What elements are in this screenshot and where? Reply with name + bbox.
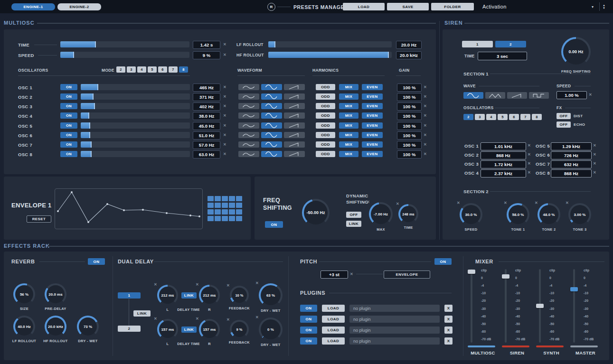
remove-icon[interactable]: ✕ (528, 171, 531, 175)
plugin-remove-button[interactable]: X (444, 337, 453, 345)
osc-freq-slider[interactable] (81, 84, 190, 90)
waveform-soft-sine-button[interactable] (238, 151, 259, 157)
siren-osc-value[interactable]: 726 Hz (551, 151, 592, 159)
dynamic-time-knob[interactable]: 248 ms (398, 204, 418, 224)
plugin-on-button[interactable]: ON (300, 337, 317, 345)
remove-icon[interactable]: ✕ (196, 283, 199, 287)
remove-icon[interactable]: ✕ (223, 85, 226, 89)
lf-rollout-value[interactable]: 20.0 Hz (396, 41, 422, 49)
siren-wave-square-button[interactable] (529, 92, 549, 99)
plugin-name-field[interactable]: no plugin (349, 305, 440, 312)
plugin-on-button[interactable]: ON (300, 305, 317, 312)
siren-tone2-knob[interactable]: 48.0 % (538, 203, 560, 226)
mode-button-2[interactable]: 2 (116, 66, 125, 73)
mode-button-5[interactable]: 5 (148, 66, 157, 73)
delay2-link-button[interactable]: LINK (181, 327, 197, 333)
remove-icon[interactable]: ✕ (223, 104, 226, 108)
plugin-load-button[interactable]: LOAD (322, 305, 345, 312)
plugin-remove-button[interactable]: X (444, 327, 453, 334)
siren-osc-count-2[interactable]: 2 (463, 114, 473, 120)
dynamic-max-knob[interactable]: -7.00 Hz (369, 202, 393, 226)
waveform-sine-button[interactable] (261, 84, 282, 90)
speed-value[interactable]: 9 % (193, 51, 220, 59)
harmonics-mix-button[interactable]: MIX (339, 93, 358, 100)
osc-on-button[interactable]: ON (60, 103, 77, 109)
remove-icon[interactable]: ✕ (593, 144, 596, 148)
siren-tab-1[interactable]: 1 (462, 41, 493, 47)
mode-button-6[interactable]: 6 (158, 66, 167, 73)
harmonics-mix-button[interactable]: MIX (339, 132, 358, 138)
osc-freq-value[interactable]: 63.0 Hz (193, 150, 220, 159)
harmonics-odd-button[interactable]: ODD (316, 93, 335, 100)
remove-icon[interactable]: ✕ (424, 124, 427, 128)
waveform-sine-button[interactable] (261, 103, 282, 109)
pitch-on-button[interactable]: ON (434, 258, 452, 265)
waveform-ramp-button[interactable] (284, 141, 305, 148)
siren-wave-triangle-button[interactable] (485, 92, 505, 99)
osc-freq-value[interactable]: 51.0 Hz (193, 131, 220, 140)
plugin-remove-button[interactable]: X (444, 305, 453, 312)
delay1-link-button[interactable]: LINK (181, 292, 197, 299)
remove-icon[interactable]: ✕ (528, 144, 531, 148)
remove-icon[interactable]: ✕ (223, 43, 226, 47)
osc-freq-slider[interactable] (81, 141, 190, 148)
lf-rollout-slider[interactable] (268, 41, 392, 47)
remove-icon[interactable]: ✕ (196, 317, 199, 321)
siren-osc-value[interactable]: 868 Hz (481, 151, 526, 159)
harmonics-mix-button[interactable]: MIX (339, 151, 358, 157)
mode-button-8[interactable]: 8 (179, 66, 188, 73)
waveform-soft-sine-button[interactable] (238, 141, 259, 148)
harmonics-even-button[interactable]: EVEN (362, 122, 383, 129)
mode-button-3[interactable]: 3 (127, 66, 136, 73)
osc-freq-value[interactable]: 45.0 Hz (193, 122, 220, 130)
osc-freq-slider[interactable] (81, 93, 190, 100)
delay2-drywet-knob[interactable]: 0 % (259, 317, 283, 341)
save-button[interactable]: SAVE (387, 3, 429, 10)
remove-icon[interactable]: ✕ (223, 124, 226, 128)
osc-freq-value[interactable]: 38.0 Hz (193, 112, 220, 120)
osc-gain-value[interactable]: 100 % (397, 141, 422, 149)
siren-osc-count-7[interactable]: 7 (520, 114, 530, 120)
plugin-name-field[interactable]: no plugin (349, 316, 440, 323)
waveform-ramp-button[interactable] (284, 132, 305, 138)
envelope-reset-button[interactable]: RESET (27, 215, 51, 223)
siren-wave-sine-button[interactable] (463, 92, 483, 99)
remove-icon[interactable]: ✕ (424, 95, 427, 99)
delay-tap1-button[interactable]: 1 (118, 292, 141, 299)
remove-icon[interactable]: ✕ (528, 162, 531, 166)
harmonics-even-button[interactable]: EVEN (362, 103, 383, 109)
reverb-predelay-knob[interactable]: 20.0 ms (45, 283, 66, 305)
siren-osc-count-4[interactable]: 4 (486, 114, 496, 120)
osc-freq-slider[interactable] (81, 151, 190, 157)
osc-gain-value[interactable]: 100 % (397, 150, 422, 159)
remove-icon[interactable]: ✕ (154, 317, 157, 321)
siren-freq-shifting-knob[interactable]: 0.00 Hz (561, 37, 591, 66)
waveform-soft-sine-button[interactable] (238, 93, 259, 100)
envelope-graph[interactable] (55, 188, 203, 229)
siren-time-input[interactable]: 3 sec (478, 52, 527, 60)
preset-stepper-icon[interactable]: ▲▼ (603, 4, 605, 9)
osc-gain-value[interactable]: 100 % (397, 112, 422, 120)
remove-icon[interactable]: ✕ (223, 133, 226, 137)
tab-engine-1[interactable]: ENGINE-1 (11, 3, 55, 10)
siren-tone3-knob[interactable]: 3.00 % (568, 203, 591, 226)
harmonics-odd-button[interactable]: ODD (316, 122, 335, 129)
delay1-feedback-knob[interactable]: 10 % (230, 286, 249, 305)
siren-osc-value[interactable]: 1.72 kHz (481, 160, 526, 168)
delay1-drywet-knob[interactable]: 63 % (259, 283, 283, 307)
fader-handle[interactable] (502, 274, 509, 279)
siren-tone1-knob[interactable]: 58.0 % (507, 203, 529, 226)
harmonics-even-button[interactable]: EVEN (362, 151, 383, 157)
waveform-sine-button[interactable] (261, 151, 282, 157)
waveform-ramp-button[interactable] (284, 84, 305, 90)
remove-icon[interactable]: ✕ (593, 171, 596, 175)
osc-on-button[interactable]: ON (60, 151, 77, 157)
osc-gain-value[interactable]: 100 % (397, 122, 422, 130)
mode-button-4[interactable]: 4 (137, 66, 146, 73)
remove-icon[interactable]: ✕ (223, 143, 226, 147)
harmonics-even-button[interactable]: EVEN (362, 132, 383, 138)
osc-on-button[interactable]: ON (60, 84, 77, 90)
activation-dropdown[interactable]: Activation (482, 4, 507, 9)
remove-icon[interactable]: ✕ (424, 114, 427, 118)
siren-osc-value[interactable]: 1.29 kHz (551, 142, 592, 150)
